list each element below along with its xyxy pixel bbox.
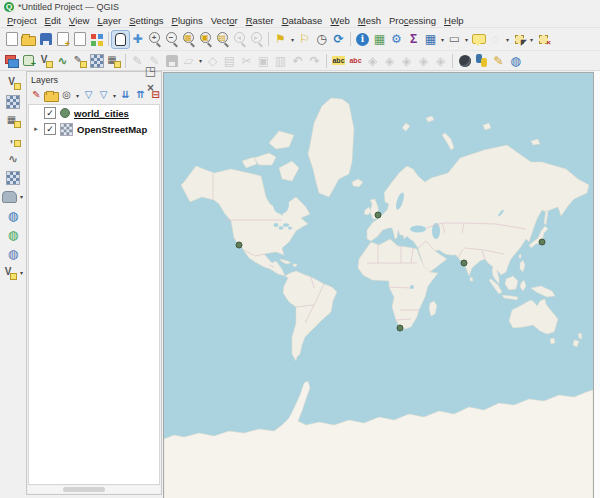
layer-expander[interactable]: ▸ [32,125,40,133]
menu-view[interactable]: View [65,14,93,27]
add-feature-icon: ▱ [180,52,197,69]
add-virtual-layer-dropdown[interactable]: ▾ [18,264,25,281]
add-delimited-text-layer-icon: , [5,131,22,148]
scrollbar-thumb[interactable] [63,487,105,492]
add-postgis-layer-dropdown[interactable]: ▾ [18,188,25,205]
new-mesh-layer-button[interactable]: ▦ [105,52,122,69]
add-feature-dropdown[interactable]: ▾ [197,52,204,69]
temporal-controller-panel-button[interactable]: ◷ [313,31,330,48]
menu-help[interactable]: Help [440,14,468,27]
new-spatial-bookmark-button[interactable]: ⚑▾ [272,31,296,48]
layer-item-world-cities[interactable]: ✓world_cities [29,105,159,121]
python-console-button[interactable] [473,52,490,69]
new-virtual-layer-button[interactable] [88,52,105,69]
measure-line-button[interactable]: ▭▾ [446,31,470,48]
open-attribute-table-button[interactable]: ▦ [371,31,388,48]
filter-legend-by-expression-button[interactable]: ▽▾ [96,87,118,104]
add-raster-layer-button[interactable] [5,92,22,111]
float-panel-button[interactable]: ◳ [142,63,159,80]
new-temporary-scratch-layer-button[interactable]: ✎ [71,52,88,69]
layer-labeling-options-button[interactable]: abc [330,52,347,69]
open-attribute-table-selected-dropdown[interactable]: ▾ [439,31,446,48]
new-shapefile-layer-button[interactable]: V [37,52,54,69]
menu-plugins[interactable]: Plugins [168,14,207,27]
menu-web[interactable]: Web [326,14,353,27]
metasearch-button[interactable]: ◍ [507,52,524,69]
deselect-features-button[interactable]: × [535,31,552,48]
map-tips-button[interactable] [470,31,487,48]
menu-vector[interactable]: Vector [207,14,242,27]
processing-toolbox-button[interactable]: ⚙ [388,31,405,48]
menu-layer[interactable]: Layer [93,14,125,27]
layer-visibility-checkbox[interactable]: ✓ [44,107,56,119]
add-wms-wmts-layer-icon: ◍ [5,207,22,224]
filter-legend-button[interactable]: ▽ [81,88,96,103]
layers-panel-hscrollbar[interactable] [28,486,160,493]
layers-panel-toolbar: ✎◎▾▽▽▾⇊⇈⊟ [27,86,161,104]
open-data-source-manager-button[interactable] [3,52,20,69]
menu-edit[interactable]: Edit [41,14,65,27]
remove-layer-button[interactable]: ⊟ [148,88,163,103]
osm-edit-button[interactable]: ✎ [490,52,507,69]
add-spatialite-layer-button[interactable]: ∿ [5,149,22,168]
refresh-map-icon: ⟳ [330,31,347,48]
layer-visibility-checkbox[interactable]: ✓ [44,123,56,135]
add-delimited-text-layer-button[interactable]: , [5,130,22,149]
new-spatial-bookmark-dropdown[interactable]: ▾ [289,31,296,48]
statistical-summary-button[interactable]: Σ [405,31,422,48]
add-vector-layer-button[interactable]: V [5,73,22,92]
add-arcgis-rest-layer-button[interactable]: ◍ [5,225,22,244]
manage-map-themes-button[interactable]: ◎▾ [59,87,81,104]
zoom-in-button[interactable]: + [146,31,163,48]
menu-database[interactable]: Database [278,14,327,27]
add-feature-button: ▱▾ [180,52,204,69]
osm-place-search-button[interactable] [456,52,473,69]
menu-processing[interactable]: Processing [385,14,440,27]
identify-features-button[interactable]: i [354,31,371,48]
layer-item-openstreetmap[interactable]: ▸✓OpenStreetMap [29,121,159,137]
menu-raster[interactable]: Raster [242,14,278,27]
nominatim-geocoder-button: ◌▾ [487,31,511,48]
measure-line-dropdown[interactable]: ▾ [463,31,470,48]
zoom-out-button[interactable]: − [163,31,180,48]
add-virtual-layer-button[interactable]: V▾ [1,263,25,282]
show-spatial-bookmarks-button[interactable]: ⚐ [296,31,313,48]
add-wms-wmts-layer-button[interactable]: ◍ [5,206,22,225]
add-virtual-raster-button[interactable] [5,168,22,187]
style-manager-button[interactable] [88,31,105,48]
collapse-all-button[interactable]: ⇈ [133,88,148,103]
show-layout-manager-button[interactable] [71,31,88,48]
add-mesh-layer-icon: ▦ [5,112,22,129]
menu-settings[interactable]: Settings [125,14,167,27]
new-project-button[interactable] [3,31,20,48]
zoom-to-selection-button[interactable]: ▣ [197,31,214,48]
add-postgis-layer-button[interactable]: ▾ [1,187,25,206]
add-group-button[interactable] [44,88,59,103]
new-print-layout-button[interactable]: + [54,31,71,48]
new-geopackage-layer-button[interactable]: + [20,52,37,69]
open-layer-styling-panel-button[interactable]: ✎ [29,88,44,103]
menu-mesh[interactable]: Mesh [354,14,385,27]
layer-diagram-options-button[interactable]: abc [347,52,364,69]
save-project-button[interactable] [37,31,54,48]
pan-map-button[interactable] [112,31,129,48]
add-wfs-layer-button[interactable]: ◍ [5,244,22,263]
nominatim-geocoder-dropdown[interactable]: ▾ [504,31,511,48]
open-attribute-table-selected-button[interactable]: ▦▾ [422,31,446,48]
expand-all-button[interactable]: ⇊ [118,88,133,103]
map-canvas[interactable] [163,72,594,498]
pan-map-to-selection-button[interactable]: ✚ [129,31,146,48]
menu-project[interactable]: Project [3,14,41,27]
manage-map-themes-dropdown[interactable]: ▾ [74,87,81,104]
refresh-map-button[interactable]: ⟳ [330,31,347,48]
select-features-dropdown[interactable]: ▾ [528,31,535,48]
filter-legend-by-expression-dropdown[interactable]: ▾ [111,87,118,104]
open-project-button[interactable] [20,31,37,48]
new-geopackage-layer-icon: + [20,52,37,69]
select-features-button[interactable]: ◤▾ [511,31,535,48]
add-mesh-layer-button[interactable]: ▦ [5,111,22,130]
zoom-to-layer-button[interactable]: ▤ [214,31,231,48]
identify-features-icon: i [354,31,371,48]
new-spatialite-layer-button[interactable]: ∿ [54,52,71,69]
zoom-full-button[interactable]: ▦ [180,31,197,48]
